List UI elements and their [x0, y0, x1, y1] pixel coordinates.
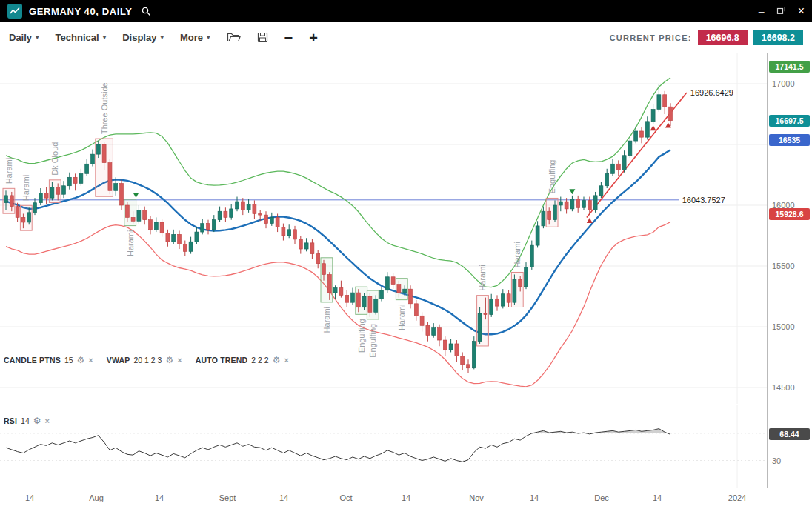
svg-text:Engulfing: Engulfing: [368, 324, 377, 358]
indicator-params: 20 1 2 3: [134, 356, 162, 365]
current-price-label: CURRENT PRICE:: [610, 33, 692, 42]
x-axis-label: 14: [402, 493, 410, 502]
svg-text:Dk Cloud: Dk Cloud: [50, 142, 59, 176]
menu-label: Daily: [9, 32, 32, 43]
x-axis-label: Sept: [219, 493, 236, 502]
price-chart[interactable]: 16043.752716926.6429HaramiHaramiDk Cloud…: [0, 53, 767, 404]
x-axis-label: 14: [279, 493, 288, 502]
indicator-params: 2 2 2: [251, 356, 268, 365]
svg-text:Harami: Harami: [21, 175, 30, 201]
remove-indicator-icon[interactable]: ×: [88, 356, 93, 365]
ask-price-badge: 16698.2: [753, 30, 803, 45]
price-axis[interactable]: 17000160001550015000145003017141.516697.…: [767, 53, 812, 488]
search-icon[interactable]: [141, 6, 151, 16]
svg-text:16926.6429: 16926.6429: [690, 88, 733, 97]
settings-gear-icon[interactable]: ⚙: [273, 356, 281, 365]
indicator-name: VWAP: [107, 356, 130, 365]
price-badge: 17141.5: [769, 61, 810, 73]
price-badge: 16535: [769, 134, 810, 146]
menu-technical[interactable]: Technical ▾: [56, 32, 107, 43]
zoom-in-button[interactable]: +: [309, 30, 318, 45]
svg-text:Harami: Harami: [513, 242, 522, 267]
minimize-button[interactable]: –: [759, 6, 765, 16]
chart-toolbar: Daily ▾ Technical ▾ Display ▾ More ▾ − +…: [0, 22, 812, 53]
x-axis-label: 14: [530, 493, 539, 502]
svg-text:16043.7527: 16043.7527: [682, 196, 725, 204]
x-axis-label: 14: [155, 493, 164, 502]
remove-indicator-icon[interactable]: ×: [284, 356, 288, 365]
settings-gear-icon[interactable]: ⚙: [33, 416, 41, 425]
popout-button[interactable]: [776, 6, 786, 16]
title-bar: GERMANY 40, DAILY – ×: [0, 0, 812, 22]
settings-gear-icon[interactable]: ⚙: [165, 356, 173, 365]
indicator-params: 15: [64, 356, 73, 365]
price-badge: 68.44: [769, 428, 810, 440]
rsi-chart[interactable]: [0, 405, 767, 488]
current-price-area: CURRENT PRICE: 16696.8 16698.2: [610, 30, 803, 45]
settings-gear-icon[interactable]: ⚙: [77, 356, 85, 365]
window-controls: – ×: [759, 5, 805, 17]
open-folder-icon[interactable]: [227, 32, 241, 43]
caret-down-icon: ▾: [160, 34, 164, 41]
menu-label: More: [180, 32, 203, 43]
menu-timeframe[interactable]: Daily ▾: [9, 32, 39, 43]
menu-more[interactable]: More ▾: [180, 32, 210, 43]
caret-down-icon: ▾: [207, 34, 210, 41]
bid-price-badge: 16696.8: [698, 30, 748, 45]
x-axis-label: Dec: [594, 493, 609, 502]
chart-area: 16043.752716926.6429HaramiHaramiDk Cloud…: [0, 53, 812, 509]
y-axis-label: 30: [772, 456, 781, 465]
svg-text:Harami: Harami: [479, 265, 487, 290]
remove-indicator-icon[interactable]: ×: [45, 417, 50, 425]
x-axis-label: Aug: [89, 493, 104, 502]
svg-text:Engulfing: Engulfing: [548, 160, 556, 194]
time-axis[interactable]: 14Aug14Sept14Oct14Nov14Dec142024: [0, 488, 812, 509]
x-axis-label: Nov: [469, 493, 484, 502]
price-badge: 16697.5: [769, 115, 810, 127]
menu-label: Technical: [56, 32, 99, 43]
x-axis-label: 14: [653, 493, 662, 502]
indicator-auto-trend: AUTO TREND 2 2 2 ⚙ ×: [196, 356, 289, 365]
indicator-name: RSI: [4, 416, 17, 425]
svg-text:Harami: Harami: [4, 158, 13, 184]
svg-text:Harami: Harami: [322, 307, 331, 333]
x-axis-label: 14: [25, 493, 34, 502]
menu-label: Display: [122, 32, 156, 43]
indicator-name: AUTO TREND: [196, 356, 248, 365]
close-button[interactable]: ×: [798, 5, 805, 17]
window-title: GERMANY 40, DAILY: [29, 6, 133, 17]
y-axis-label: 14500: [772, 383, 795, 392]
indicator-rsi: RSI 14 ⚙ ×: [4, 416, 50, 425]
indicator-name: CANDLE PTNS: [4, 356, 61, 365]
svg-text:Harami: Harami: [397, 305, 406, 330]
svg-text:Harami: Harami: [126, 230, 135, 256]
caret-down-icon: ▾: [103, 34, 107, 41]
x-axis-label: Oct: [339, 493, 352, 502]
caret-down-icon: ▾: [36, 34, 39, 41]
save-icon[interactable]: [257, 32, 268, 43]
indicator-legend: CANDLE PTNS 15 ⚙ × VWAP 20 1 2 3 ⚙ × AUT…: [4, 356, 289, 365]
svg-text:Three Outside: Three Outside: [100, 82, 109, 134]
svg-text:Engulfing: Engulfing: [357, 319, 366, 353]
y-axis-label: 17000: [772, 79, 795, 88]
price-badge: 15928.6: [769, 208, 810, 220]
y-axis-label: 15500: [772, 262, 795, 270]
rsi-legend: RSI 14 ⚙ ×: [4, 416, 50, 425]
indicator-vwap: VWAP 20 1 2 3 ⚙ ×: [107, 356, 182, 365]
app-logo-icon: [7, 4, 22, 19]
menu-display[interactable]: Display ▾: [122, 32, 164, 43]
indicator-candle-patterns: CANDLE PTNS 15 ⚙ ×: [4, 356, 93, 365]
y-axis-label: 15000: [772, 322, 795, 331]
remove-indicator-icon[interactable]: ×: [177, 356, 182, 365]
indicator-params: 14: [21, 416, 30, 425]
zoom-out-button[interactable]: −: [284, 30, 293, 45]
panel-divider[interactable]: [0, 405, 812, 405]
x-axis-label: 2024: [728, 493, 746, 502]
